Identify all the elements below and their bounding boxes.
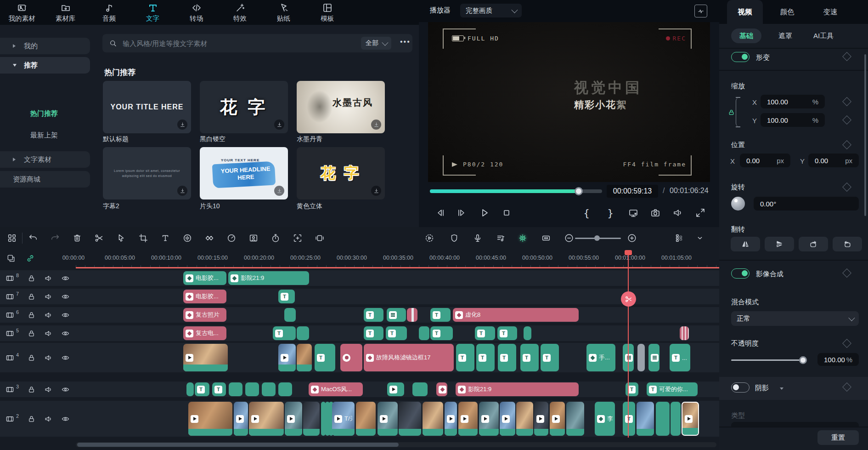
timeline-clip[interactable] — [303, 402, 320, 436]
keyframe-icon[interactable] — [842, 52, 851, 61]
inspector-scrollbar[interactable] — [864, 54, 866, 216]
mute-icon[interactable] — [44, 353, 53, 362]
visibility-icon[interactable] — [61, 415, 70, 423]
template-card-ink-wash[interactable]: 水墨古风 — [297, 81, 385, 133]
sidebar-item-mine[interactable]: 我的 — [0, 38, 90, 54]
mute-icon[interactable] — [44, 311, 53, 319]
timeline-clip[interactable] — [229, 382, 242, 396]
timeline-clip[interactable]: T... — [670, 344, 690, 371]
download-icon[interactable] — [274, 186, 284, 196]
timeline-clip[interactable]: T — [430, 326, 453, 340]
transform-toggle[interactable] — [731, 52, 750, 62]
keyframe-icon[interactable] — [842, 268, 851, 278]
lock-icon[interactable] — [27, 311, 36, 319]
sidebar-item-recommend[interactable]: 推荐 — [0, 57, 90, 74]
delete-icon[interactable] — [71, 232, 84, 245]
seek-handle[interactable] — [575, 187, 583, 195]
timeline-clip[interactable] — [445, 402, 457, 436]
timeline-clip[interactable]: T — [273, 326, 296, 340]
timeline-clip[interactable]: T — [195, 382, 209, 396]
timeline-clip[interactable]: T — [315, 344, 335, 371]
lock-icon[interactable] — [27, 353, 36, 362]
visibility-icon[interactable] — [61, 385, 70, 394]
lock-icon[interactable] — [27, 385, 36, 394]
zoom-slider-handle[interactable] — [594, 235, 600, 241]
timeline-clip[interactable] — [297, 326, 309, 340]
mute-icon[interactable] — [44, 329, 53, 338]
track-header[interactable]: 7 — [0, 289, 70, 304]
timeline-clip[interactable]: 复古电... — [183, 326, 226, 340]
visibility-icon[interactable] — [61, 311, 70, 319]
nav-templates[interactable]: 模板 — [305, 0, 349, 25]
timeline-clip[interactable]: T — [497, 326, 517, 340]
timeline-clip[interactable] — [419, 326, 429, 340]
timeline-clip[interactable] — [245, 382, 259, 396]
template-card-subtitle2[interactable]: Lorem ipsum dolor sit amet, consectetur … — [103, 147, 191, 199]
template-card-yellow-3d[interactable]: 花 字 — [297, 147, 385, 199]
filter-dropdown[interactable]: 全部 — [361, 37, 391, 50]
next-frame-button[interactable] — [454, 205, 469, 221]
current-timecode[interactable]: 00:00:59:13 — [607, 185, 658, 198]
timeline-clip[interactable] — [682, 402, 699, 436]
timeline-clip[interactable] — [637, 344, 645, 371]
timeline-clip[interactable] — [458, 402, 478, 436]
template-card-opener10[interactable]: YOUR TEXT HERE YOUR HEADLINE HERE — [200, 147, 288, 199]
timeline-clip[interactable] — [356, 402, 376, 436]
timeline-clip[interactable] — [656, 402, 670, 436]
timeline-clip[interactable] — [234, 402, 248, 436]
tab-video[interactable]: 视频 — [727, 0, 763, 24]
template-card-default-title[interactable]: YOUR TITLE HERE — [103, 81, 191, 133]
position-y-field[interactable]: 0.00px — [808, 154, 859, 167]
play-button[interactable] — [477, 205, 492, 221]
track-options-icon[interactable] — [693, 232, 706, 245]
timeline-clip[interactable]: T — [541, 344, 559, 371]
select-cursor-icon[interactable] — [115, 232, 128, 245]
timeline-clip[interactable] — [407, 308, 417, 322]
nav-audio[interactable]: 音频 — [87, 0, 131, 25]
subtab-ai-tools[interactable]: AI工具 — [807, 28, 840, 43]
lock-icon[interactable] — [27, 415, 36, 423]
timeline-clip[interactable] — [550, 402, 565, 436]
scale-y-field[interactable]: 100.00% — [761, 113, 825, 127]
portrait-icon[interactable] — [247, 232, 260, 245]
nav-text[interactable]: 文字 — [131, 0, 175, 25]
flip-horizontal-button[interactable] — [731, 237, 760, 251]
timeline-zoom-slider[interactable] — [575, 238, 621, 239]
visibility-icon[interactable] — [61, 292, 70, 301]
timeline-clip[interactable]: T — [278, 290, 295, 303]
timeline-clip[interactable] — [284, 308, 296, 322]
timeline-clip[interactable] — [399, 402, 421, 436]
visibility-icon[interactable] — [61, 353, 70, 362]
timeline-clip[interactable]: T — [364, 308, 383, 322]
caret-down-icon[interactable] — [780, 387, 783, 390]
scale-x-field[interactable]: 100.00% — [761, 95, 825, 108]
speed-icon[interactable] — [225, 232, 238, 245]
timeline-clip[interactable]: T — [475, 326, 495, 340]
track-header[interactable]: 8 — [0, 270, 70, 286]
redo-icon[interactable] — [49, 232, 62, 245]
sidebar-item-hot[interactable]: 热门推荐 — [30, 109, 58, 118]
timeline-clip[interactable]: 复古照片 — [183, 308, 226, 322]
visibility-icon[interactable] — [61, 274, 70, 283]
timeline-clip[interactable]: 故障风格滤镜边框17 — [364, 344, 454, 371]
timeline-clip[interactable]: T — [430, 308, 451, 322]
download-icon[interactable] — [177, 120, 187, 130]
timer-icon[interactable] — [269, 232, 282, 245]
timeline-clip[interactable] — [412, 382, 428, 396]
timeline-clip[interactable] — [479, 402, 499, 436]
rotate-field[interactable]: 0.00° — [754, 197, 859, 211]
position-x-field[interactable]: 0.00px — [740, 154, 790, 167]
opacity-slider-handle[interactable] — [799, 356, 807, 364]
nav-stickers[interactable]: 贴纸 — [262, 0, 305, 25]
playhead[interactable] — [628, 252, 629, 438]
timeline-clip[interactable]: 手... — [586, 344, 615, 371]
timeline-clip[interactable] — [436, 382, 447, 396]
subtab-basic[interactable]: 基础 — [731, 28, 761, 43]
timeline-clip[interactable]: 影院21:9 — [456, 382, 579, 396]
timeline-clip[interactable]: T — [386, 326, 407, 340]
zoom-out-icon[interactable] — [563, 232, 575, 245]
timeline-clip[interactable] — [186, 382, 194, 396]
timeline-clip[interactable] — [637, 402, 654, 436]
nav-my-media[interactable]: 我的素材 — [0, 0, 44, 25]
volume-button[interactable] — [670, 205, 686, 221]
